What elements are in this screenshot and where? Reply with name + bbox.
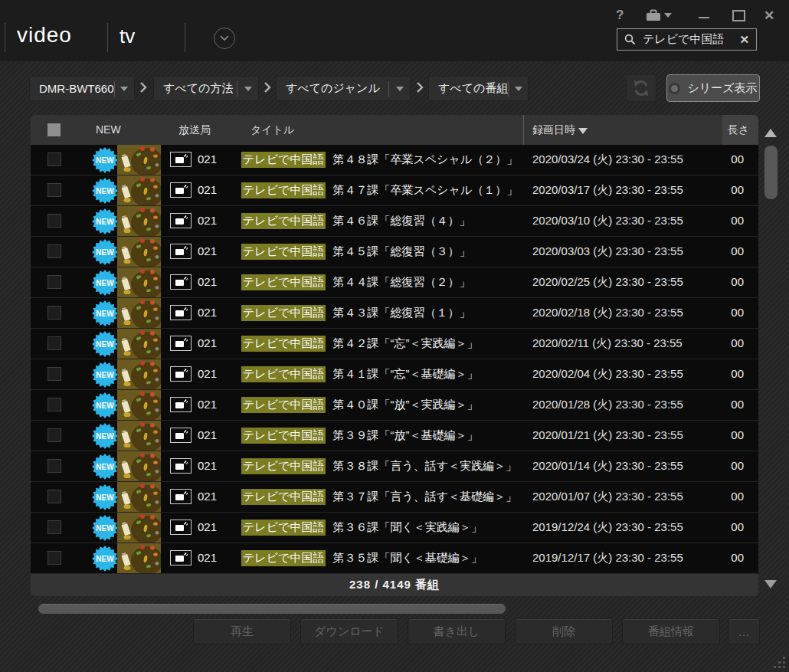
minimize-icon[interactable] [699, 17, 709, 18]
table-row[interactable]: NEW [31, 451, 758, 482]
row-checkbox[interactable] [47, 244, 61, 258]
table-row[interactable]: NEW [31, 421, 758, 451]
search-match-highlight: テレビで中国語 [241, 489, 326, 505]
program-dropdown[interactable]: すべての番組 [428, 76, 529, 101]
recording-datetime: 2020/02/11 (火) 23:30 - 23:55 [532, 336, 683, 351]
recording-length: 00 [731, 214, 744, 227]
column-header-title[interactable]: タイトル [250, 123, 294, 137]
search-clear-icon[interactable]: ✕ [739, 33, 749, 47]
row-checkbox[interactable] [47, 214, 61, 228]
more-actions-button[interactable]: … [728, 618, 760, 644]
row-checkbox[interactable] [47, 551, 61, 565]
scroll-down-arrow[interactable] [764, 580, 777, 588]
select-all-checkbox[interactable] [47, 123, 61, 136]
table-row[interactable]: NEW [31, 298, 758, 329]
row-checkbox[interactable] [47, 520, 61, 534]
episode-title: 第４８課「卒業スペシャル（２）」 [332, 152, 518, 167]
new-badge: NEW [92, 392, 118, 418]
row-checkbox[interactable] [47, 306, 61, 320]
search-match-highlight: テレビで中国語 [241, 213, 326, 229]
tools-menu-icon[interactable] [646, 9, 672, 21]
tab-tv[interactable]: tv [119, 25, 135, 48]
column-header-station[interactable]: 放送局 [178, 123, 211, 137]
recording-length: 00 [731, 183, 744, 196]
table-row[interactable]: NEW [31, 513, 758, 543]
delete-button[interactable]: 削除 [515, 618, 613, 644]
program-title: テレビで中国語 第４６課「総復習（４）」 [241, 213, 470, 229]
table-row[interactable]: NEW [31, 267, 758, 298]
tab-video[interactable]: video [17, 23, 72, 48]
row-checkbox[interactable] [47, 459, 61, 473]
new-badge: NEW [92, 239, 118, 265]
device-dropdown[interactable]: DMR-BWT660 [29, 76, 135, 101]
help-icon[interactable]: ? [616, 8, 624, 23]
table-row[interactable]: NEW [31, 206, 758, 237]
recorder-icon [170, 182, 192, 198]
new-badge: NEW [92, 423, 118, 449]
maximize-icon[interactable] [732, 10, 745, 21]
series-toggle-label: シリーズ表示 [687, 81, 757, 96]
refresh-button[interactable] [626, 74, 656, 102]
row-checkbox[interactable] [47, 183, 61, 197]
column-header-new[interactable]: NEW [96, 123, 121, 136]
table-row[interactable]: NEW [31, 145, 758, 175]
program-thumbnail [117, 421, 161, 451]
method-dropdown[interactable]: すべての方法 [153, 76, 259, 101]
recorder-icon [170, 550, 192, 565]
search-match-highlight: テレビで中国語 [241, 397, 326, 413]
genre-dropdown-value: すべてのジャンル [277, 81, 388, 96]
recording-length: 00 [731, 520, 744, 533]
table-header: NEW 放送局 タイトル 録画日時 長さ [31, 115, 758, 145]
search-input[interactable]: テレビで中国語 ✕ [617, 28, 757, 51]
refresh-icon [633, 79, 650, 97]
search-match-highlight: テレビで中国語 [241, 305, 326, 321]
play-button[interactable]: 再生 [193, 618, 291, 644]
search-match-highlight: テレビで中国語 [241, 244, 326, 260]
episode-title: 第３８課「言う、話す＜実践編＞」 [332, 459, 517, 474]
series-view-toggle[interactable]: シリーズ表示 [666, 74, 760, 102]
table-row[interactable]: NEW [31, 329, 758, 359]
table-row[interactable]: NEW [31, 482, 758, 513]
row-checkbox[interactable] [47, 336, 61, 350]
vertical-scrollbar-thumb[interactable] [764, 146, 778, 199]
table-row[interactable]: NEW [31, 175, 758, 206]
row-checkbox[interactable] [47, 428, 61, 442]
search-match-highlight: テレビで中国語 [241, 458, 326, 474]
dropdown-caret-icon [237, 87, 258, 91]
recorder-icon [170, 520, 192, 535]
episode-title: 第４０課「“放”＜実践編＞」 [332, 398, 478, 412]
horizontal-scrollbar-thumb[interactable] [38, 604, 506, 614]
titlebar: video tv ? ✕ テレビで中国語 ✕ [0, 0, 789, 61]
table-row[interactable]: NEW [31, 237, 758, 267]
row-checkbox[interactable] [47, 490, 61, 503]
scroll-up-arrow[interactable] [764, 129, 777, 137]
channel-number: 021 [198, 306, 217, 319]
search-match-highlight: テレビで中国語 [241, 428, 326, 444]
menu-chevron-down-icon[interactable] [214, 28, 235, 49]
download-button[interactable]: ダウンロード [300, 618, 398, 644]
row-checkbox[interactable] [47, 367, 61, 381]
column-header-length[interactable]: 長さ [728, 123, 749, 137]
channel-number: 021 [198, 551, 217, 564]
row-checkbox[interactable] [47, 398, 61, 411]
table-row[interactable]: NEW [31, 359, 758, 390]
recorder-icon [170, 336, 192, 351]
row-checkbox[interactable] [47, 275, 61, 289]
table-row[interactable]: NEW [31, 543, 758, 574]
svg-text:NEW: NEW [96, 493, 114, 502]
close-icon[interactable]: ✕ [764, 8, 774, 24]
svg-text:NEW: NEW [96, 402, 114, 410]
export-button[interactable]: 書き出し [408, 618, 506, 644]
table-row[interactable]: NEW [31, 390, 758, 421]
resize-grip-icon[interactable] [772, 655, 786, 669]
search-match-highlight: テレビで中国語 [241, 274, 326, 290]
svg-text:NEW: NEW [96, 187, 114, 195]
genre-dropdown[interactable]: すべてのジャンル [276, 76, 411, 101]
recording-list-panel: NEW 放送局 タイトル 録画日時 長さ NEW [31, 115, 758, 596]
column-header-date[interactable]: 録画日時 [532, 123, 575, 137]
program-title: テレビで中国語 第４１課「“忘”＜基礎編＞」 [241, 366, 478, 382]
program-info-button[interactable]: 番組情報 [622, 618, 720, 644]
row-checkbox[interactable] [47, 152, 61, 166]
recording-datetime: 2020/02/18 (火) 23:30 - 23:55 [532, 306, 683, 320]
sort-descending-icon[interactable] [578, 128, 588, 134]
